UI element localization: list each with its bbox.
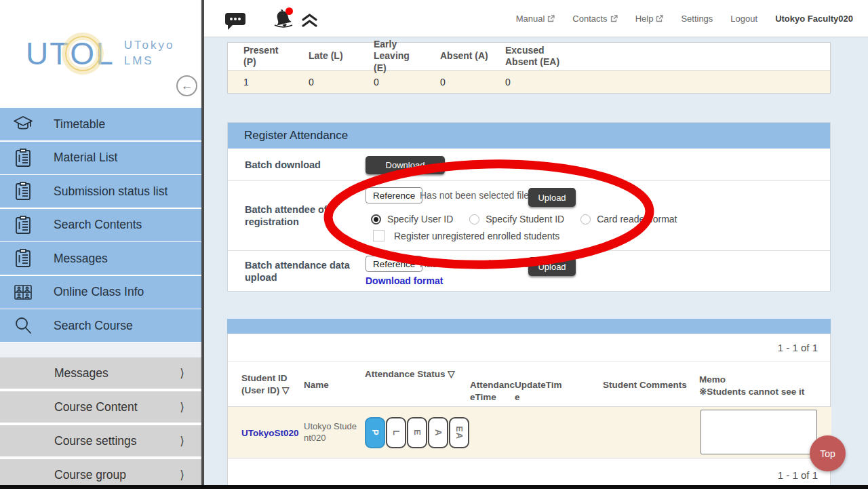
batch-attendee-registration-row: Batch attendee of registration Reference… [228,180,830,250]
sidebar-item-material-list[interactable]: Material List [0,142,201,174]
radio-card-reader-format[interactable] [580,214,591,224]
sidebar-item-submission-status-list[interactable]: Submission status list [0,175,201,208]
status-button-late[interactable]: L [386,417,406,448]
no-file-selected-text: Has not been selected file. [420,190,532,201]
register-unregistered-group: Register unregistered enrolled students [373,230,559,241]
row-label: Batch attendee of registration [245,203,353,228]
no-file-selected-text: Has not been selected file. [420,258,532,269]
summary-value-cell: 0 [358,71,425,93]
student-id-link[interactable]: UTokyoSt020 [241,427,299,437]
summary-header-cell: Excused Absent (EA) [490,43,564,70]
sidebar-item-label: Course settings [54,434,137,448]
col-attendance-status: Attendance Status ▽ [365,368,455,380]
notification-bell-icon[interactable] [271,7,296,35]
col-name: Name [304,379,329,391]
section-title: Register Attendance [228,123,830,149]
sort-icon[interactable]: ▽ [448,369,454,379]
reference-button[interactable]: Reference [366,187,422,203]
logo-letter: U [26,35,50,72]
upload-button[interactable]: Upload [528,257,576,276]
summary-value-cell: 0 [293,71,358,93]
sidebar-item-label: Search Course [54,319,133,333]
col-student-comments: Student Comments [603,379,687,391]
external-link-icon [610,15,618,22]
col-student-id: Student ID (User ID) ▽ [241,372,302,396]
window-bottom-edge [0,485,868,489]
sidebar-collapse-button[interactable]: ← [176,75,197,96]
sort-icon[interactable]: ▽ [282,385,289,395]
reference-button[interactable]: Reference [366,256,422,272]
sidebar-item-label: Search Contents [54,218,142,232]
scroll-to-top-button[interactable]: Top [810,435,846,471]
batch-attendance-upload-row: Batch attendance data upload Reference H… [228,250,830,291]
radio-label: Specify Student ID [486,214,564,224]
username: Utokyo Faculty020 [775,14,853,24]
chevron-right-icon: ⟩ [180,434,184,448]
clipboard-icon [13,181,33,201]
status-button-early-leaving[interactable]: E [407,417,427,448]
radio-label: Card reader format [597,214,677,224]
link-label: Manual [516,14,545,24]
help-link[interactable]: Help [635,14,664,24]
sidebar-item-course-settings[interactable]: Course settings ⟩ [0,425,201,456]
clipboard-icon [13,148,33,168]
sidebar-item-label: Online Class Info [54,285,144,299]
sidebar-item-label: Course Content [54,400,138,414]
status-button-excused-absent[interactable]: EA [449,417,469,448]
link-label: Help [635,14,654,24]
sidebar-item-messages-group[interactable]: Messages ⟩ [0,357,201,389]
link-label: Settings [681,14,713,24]
back-arrow-icon: ← [181,79,193,93]
clipboard-icon [13,248,33,269]
register-unregistered-checkbox[interactable] [373,230,384,241]
row-label: Batch attendance data upload [245,258,353,283]
status-button-group: P L E A EA [365,417,470,448]
sidebar-item-online-class-info[interactable]: Online Class Info [0,276,201,309]
external-link-icon [547,15,555,22]
sidebar-item-label: Material List [54,151,117,165]
col-update-time: UpdateTime [515,379,562,403]
col-attendance-time: AttendanceTime [470,379,516,403]
pagination-top: 1 - 1 of 1 [778,342,818,353]
radio-specify-student-id[interactable] [469,214,479,224]
logout-link[interactable]: Logout [730,14,757,24]
external-link-icon [656,15,663,22]
settings-link[interactable]: Settings [681,14,713,24]
logo-letters: UTOL [26,35,115,72]
sidebar-item-messages[interactable]: Messages [0,242,201,275]
upload-button[interactable]: Upload [528,188,576,207]
pagination-bottom: 1 - 1 of 1 [778,469,818,481]
student-row: UTokyoSt020 Utokyo Student020 P L E A EA [228,407,831,458]
sidebar-item-timetable[interactable]: Timetable [0,108,201,140]
student-name: Utokyo Student020 [304,421,359,444]
logo-subtitle: UTokyo LMS [124,38,175,69]
sidebar-item-search-course[interactable]: Search Course [0,309,201,342]
sidebar-item-course-content[interactable]: Course Content ⟩ [0,391,201,423]
sidebar-item-label: Submission status list [54,184,167,199]
chat-icon[interactable] [224,12,246,33]
memo-textarea[interactable] [701,410,817,454]
summary-value-cell: 1 [228,71,293,93]
manual-link[interactable]: Manual [516,14,555,24]
radio-specify-user-id[interactable] [371,214,381,224]
sidebar-primary-nav: Timetable Material List Submission statu… [0,108,201,343]
sidebar-item-search-contents[interactable]: Search Contents [0,209,201,241]
download-format-link[interactable]: Download format [366,275,443,286]
chevron-right-icon: ⟩ [180,468,184,482]
status-button-absent[interactable]: A [428,417,448,448]
status-button-present[interactable]: P [365,417,385,448]
people-grid-icon [13,282,33,302]
link-label: Contacts [572,14,607,24]
id-format-radio-group: Specify User ID Specify Student ID Card … [371,214,677,224]
collapse-up-icon[interactable] [301,13,318,31]
batch-download-row: Batch download Download [228,149,830,180]
summary-header-cell: Absent (A) [425,43,490,70]
summary-header-cell: Present (P) [228,43,293,70]
contacts-link[interactable]: Contacts [572,14,617,24]
students-table: 1 - 1 of 1 Student ID (User ID) ▽ Name A… [227,334,831,486]
summary-header-cell: Early Leaving (E) [358,43,425,70]
graduation-cap-icon [13,114,33,134]
link-label: Logout [730,14,757,24]
students-table-title-bar [227,319,831,334]
download-button[interactable]: Download [366,156,445,174]
